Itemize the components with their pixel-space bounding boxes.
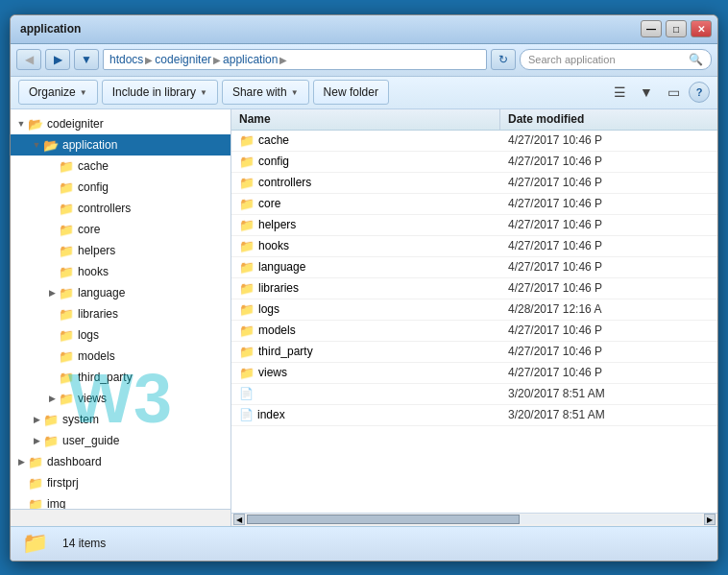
tree-item-views[interactable]: ▶📁views <box>11 388 231 409</box>
file-date-cell: 4/27/2017 10:46 P <box>500 218 717 231</box>
tree-item-config[interactable]: ▶📁config <box>11 177 231 198</box>
scroll-track[interactable] <box>247 515 702 524</box>
tree-expander[interactable]: ▼ <box>14 117 28 131</box>
view-dropdown-button[interactable]: ▼ <box>635 82 658 103</box>
tree-item-label: firstprj <box>47 476 79 490</box>
file-name-label: core <box>258 197 280 210</box>
left-scrollbar[interactable] <box>11 509 231 526</box>
file-name-label: helpers <box>258 218 296 231</box>
file-name-cell: 📁hooks <box>231 239 500 253</box>
tree-expander[interactable]: ▶ <box>14 455 28 468</box>
table-row[interactable]: 📁config4/27/2017 10:46 P <box>231 152 717 173</box>
file-name-cell: 📄 <box>231 387 500 400</box>
status-folder-icon: 📁 <box>22 530 51 557</box>
table-row[interactable]: 📁views4/27/2017 10:46 P <box>231 363 717 384</box>
new-folder-button[interactable]: New folder <box>313 80 389 105</box>
refresh-button[interactable]: ↻ <box>491 49 516 70</box>
table-row[interactable]: 📁controllers4/27/2017 10:46 P <box>231 173 717 194</box>
table-row[interactable]: 📁third_party4/27/2017 10:46 P <box>231 342 717 363</box>
file-name-cell: 📁core <box>231 197 500 211</box>
horizontal-scrollbar[interactable]: ◀ ▶ <box>231 513 717 526</box>
table-row[interactable]: 📄3/20/2017 8:51 AM <box>231 384 717 405</box>
scroll-thumb[interactable] <box>247 515 520 524</box>
tree-item-libraries[interactable]: ▶📁libraries <box>11 303 231 324</box>
file-date-cell: 4/27/2017 10:46 P <box>500 323 717 337</box>
scroll-right-button[interactable]: ▶ <box>704 514 716 525</box>
file-type-icon: 📁 <box>239 239 255 253</box>
column-header: Name Date modified <box>231 109 717 131</box>
table-row[interactable]: 📁logs4/28/2017 12:16 A <box>231 299 717 321</box>
table-row[interactable]: 📁hooks4/27/2017 10:46 P <box>231 236 717 257</box>
toolbar-right: ☰ ▼ ▭ ? <box>608 82 710 103</box>
file-date-cell: 4/27/2017 10:46 P <box>500 133 717 147</box>
file-type-icon: 📁 <box>239 218 255 232</box>
table-row[interactable]: 📁libraries4/27/2017 10:46 P <box>231 278 717 299</box>
preview-pane-button[interactable]: ▭ <box>662 82 685 103</box>
tree-item-codeigniter[interactable]: ▼📂codeigniter <box>11 113 231 134</box>
tree-expander[interactable]: ▶ <box>30 413 43 426</box>
tree-expander[interactable]: ▶ <box>45 392 59 405</box>
table-row[interactable]: 📄index3/20/2017 8:51 AM <box>231 405 717 426</box>
organize-button[interactable]: Organize ▼ <box>18 80 98 105</box>
table-row[interactable]: 📁models4/27/2017 10:46 P <box>231 321 717 342</box>
table-row[interactable]: 📁language4/27/2017 10:46 P <box>231 257 717 278</box>
tree-expander[interactable]: ▶ <box>45 286 59 299</box>
scroll-left-button[interactable]: ◀ <box>233 514 245 525</box>
tree-item-language[interactable]: ▶📁language <box>11 282 231 303</box>
tree-expander[interactable]: ▶ <box>30 434 43 447</box>
minimize-button[interactable]: — <box>641 20 662 37</box>
tree-item-cache[interactable]: ▶📁cache <box>11 156 231 177</box>
breadcrumb[interactable]: htdocs ▶ codeigniter ▶ application ▶ <box>103 49 487 70</box>
organize-arrow-icon: ▼ <box>80 88 87 97</box>
file-name-label: third_party <box>258 345 313 358</box>
table-row[interactable]: 📁cache4/27/2017 10:46 P <box>231 131 717 152</box>
tree-item-img[interactable]: ▶📁img <box>11 493 231 509</box>
tree-item-label: third_party <box>78 371 133 384</box>
tree-item-hooks[interactable]: ▶📁hooks <box>11 261 231 282</box>
folder-icon: 📁 <box>59 371 74 384</box>
dropdown-button[interactable]: ▼ <box>74 49 99 70</box>
breadcrumb-item-codeigniter[interactable]: codeigniter <box>155 53 211 66</box>
forward-button[interactable]: ▶ <box>45 49 70 70</box>
tree-item-controllers[interactable]: ▶📁controllers <box>11 198 231 219</box>
file-date-cell: 4/27/2017 10:46 P <box>500 260 717 274</box>
file-name-label: logs <box>258 302 279 316</box>
tree-item-logs[interactable]: ▶📁logs <box>11 324 231 346</box>
column-date-modified[interactable]: Date modified <box>500 112 717 126</box>
maximize-button[interactable]: □ <box>666 20 687 37</box>
tree-item-helpers[interactable]: ▶📁helpers <box>11 240 231 261</box>
folder-icon: 📁 <box>59 180 74 194</box>
tree-item-dashboard[interactable]: ▶📁dashboard <box>11 451 231 472</box>
left-panel: ▼📂codeigniter▼📂application▶📁cache▶📁confi… <box>11 109 231 526</box>
tree-item-application[interactable]: ▼📂application <box>11 134 231 156</box>
folder-icon: 📁 <box>43 413 59 426</box>
include-library-button[interactable]: Include in library ▼ <box>102 80 218 105</box>
back-button[interactable]: ◀ <box>16 49 41 70</box>
tree-item-third_party[interactable]: ▶📁third_party <box>11 367 231 388</box>
help-button[interactable]: ? <box>689 82 710 103</box>
close-button[interactable]: ✕ <box>691 20 712 37</box>
folder-icon: 📂 <box>28 117 43 131</box>
folder-icon: 📁 <box>59 392 74 405</box>
column-name[interactable]: Name <box>231 109 500 130</box>
tree-item-firstprj[interactable]: ▶📁firstprj <box>11 472 231 493</box>
window-controls: — □ ✕ <box>641 20 712 37</box>
tree-item-models[interactable]: ▶📁models <box>11 346 231 367</box>
breadcrumb-item-application[interactable]: application <box>223 53 278 66</box>
file-name-label: controllers <box>258 176 311 189</box>
table-row[interactable]: 📁helpers4/27/2017 10:46 P <box>231 215 717 236</box>
folder-tree[interactable]: ▼📂codeigniter▼📂application▶📁cache▶📁confi… <box>11 109 231 509</box>
file-list[interactable]: 📁cache4/27/2017 10:46 P📁config4/27/2017 … <box>231 131 717 513</box>
file-name-cell: 📁third_party <box>231 345 500 359</box>
breadcrumb-item-htdocs[interactable]: htdocs <box>109 53 143 66</box>
share-with-button[interactable]: Share with ▼ <box>222 80 309 105</box>
tree-item-core[interactable]: ▶📁core <box>11 219 231 240</box>
tree-item-user_guide[interactable]: ▶📁user_guide <box>11 430 231 451</box>
table-row[interactable]: 📁core4/27/2017 10:46 P <box>231 194 717 215</box>
tree-expander[interactable]: ▼ <box>30 138 43 152</box>
view-details-button[interactable]: ☰ <box>608 82 631 103</box>
tree-item-label: language <box>78 286 125 299</box>
tree-item-system[interactable]: ▶📁system <box>11 409 231 430</box>
search-box[interactable]: Search application 🔍 <box>520 49 712 70</box>
tree-item-label: config <box>78 180 109 194</box>
